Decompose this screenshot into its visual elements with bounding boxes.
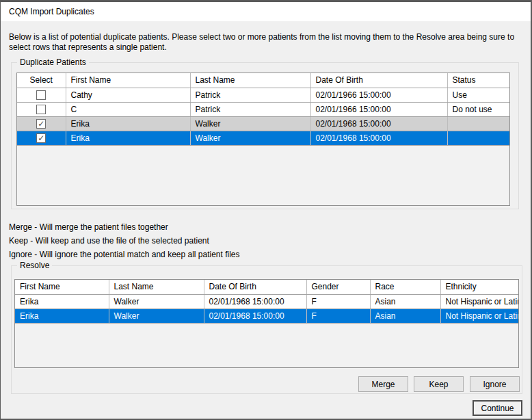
continue-button[interactable]: Continue — [473, 400, 522, 416]
dob-cell[interactable]: 02/01/1968 15:00:00 — [204, 309, 306, 323]
ethnicity-cell[interactable]: Not Hispanic or Latino — [440, 294, 518, 309]
duplicate-row-1[interactable]: Cathy Patrick 02/01/1966 15:00:00 Use — [17, 88, 509, 102]
resolve-grid: First Name Last Name Date Of Birth Gende… — [14, 279, 519, 368]
status-cell[interactable]: Use — [447, 88, 509, 102]
title-bar: CQM Import Duplicates — [1, 2, 531, 21]
dob-cell[interactable]: 02/01/1968 15:00:00 — [204, 294, 306, 309]
resolve-group-label: Resolve — [17, 261, 52, 270]
ignore-button[interactable]: Ignore — [470, 376, 520, 392]
keep-description: Keep - Will keep and use the file of the… — [9, 236, 209, 246]
column-header-status[interactable]: Status — [447, 73, 509, 88]
column-header-gender[interactable]: Gender — [306, 280, 370, 294]
column-header-dob[interactable]: Date Of Birth — [204, 280, 306, 294]
race-cell[interactable]: Asian — [370, 309, 440, 323]
dob-cell[interactable]: 02/01/1968 15:00:00 — [310, 131, 447, 145]
last-name-cell[interactable]: Walker — [190, 131, 310, 145]
last-name-cell[interactable]: Walker — [190, 116, 310, 131]
merge-button[interactable]: Merge — [358, 376, 408, 392]
gender-cell[interactable]: F — [306, 294, 370, 309]
dob-cell[interactable]: 02/01/1966 15:00:00 — [310, 102, 447, 116]
row-checkbox[interactable] — [36, 105, 46, 114]
select-cell[interactable] — [17, 116, 66, 131]
first-name-cell[interactable]: Erika — [15, 294, 109, 309]
dob-cell[interactable]: 02/01/1966 15:00:00 — [310, 88, 447, 102]
column-header-last-name[interactable]: Last Name — [190, 73, 310, 88]
first-name-cell[interactable]: Cathy — [66, 88, 190, 102]
cqm-import-duplicates-dialog: CQM Import Duplicates Below is a list of… — [0, 0, 532, 420]
column-header-ethnicity[interactable]: Ethnicity — [440, 280, 518, 294]
keep-button[interactable]: Keep — [414, 376, 464, 392]
gender-cell[interactable]: F — [306, 309, 370, 323]
row-checkbox[interactable] — [36, 90, 46, 100]
ethnicity-cell[interactable]: Not Hispanic or Latino — [440, 309, 518, 323]
first-name-cell[interactable]: Erika — [15, 309, 109, 323]
duplicate-row-3[interactable]: Erika Walker 02/01/1968 15:00:00 — [17, 116, 509, 131]
status-cell[interactable] — [447, 116, 509, 131]
instructions-text: Below is a list of potential duplicate p… — [9, 32, 516, 53]
column-header-first-name[interactable]: First Name — [66, 73, 190, 88]
column-header-last-name[interactable]: Last Name — [109, 280, 204, 294]
row-checkbox[interactable] — [36, 133, 46, 143]
window-title: CQM Import Duplicates — [9, 7, 94, 16]
merge-description: Merge - Will merge the patient files tog… — [9, 222, 168, 232]
resolve-row-1[interactable]: Erika Walker 02/01/1968 15:00:00 F Asian… — [15, 294, 518, 309]
resolve-row-2[interactable]: Erika Walker 02/01/1968 15:00:00 F Asian… — [15, 309, 518, 323]
duplicate-row-4[interactable]: Erika Walker 02/01/1968 15:00:00 — [17, 131, 509, 145]
column-header-first-name[interactable]: First Name — [15, 280, 109, 294]
first-name-cell[interactable]: C — [66, 102, 190, 116]
select-cell[interactable] — [17, 102, 66, 116]
column-header-dob[interactable]: Date Of Birth — [310, 73, 447, 88]
duplicate-patients-grid: Select First Name Last Name Date Of Birt… — [16, 73, 510, 206]
first-name-cell[interactable]: Erika — [66, 116, 190, 131]
last-name-cell[interactable]: Patrick — [190, 88, 310, 102]
status-cell[interactable]: Do not use — [447, 102, 509, 116]
duplicate-row-2[interactable]: C Patrick 02/01/1966 15:00:00 Do not use — [17, 102, 509, 116]
duplicate-grid-header-row: Select First Name Last Name Date Of Birt… — [17, 73, 509, 88]
last-name-cell[interactable]: Patrick — [190, 102, 310, 116]
row-checkbox[interactable] — [36, 119, 46, 129]
duplicate-patients-group-label: Duplicate Patients — [17, 57, 89, 67]
race-cell[interactable]: Asian — [370, 294, 440, 309]
ignore-description: Ignore - Will ignore the potential match… — [9, 250, 240, 259]
dob-cell[interactable]: 02/01/1968 15:00:00 — [310, 116, 447, 131]
column-header-select[interactable]: Select — [17, 73, 66, 88]
column-header-race[interactable]: Race — [370, 280, 440, 294]
select-cell[interactable] — [17, 131, 66, 145]
status-cell[interactable] — [447, 131, 509, 145]
last-name-cell[interactable]: Walker — [109, 294, 204, 309]
select-cell[interactable] — [17, 88, 66, 102]
first-name-cell[interactable]: Erika — [66, 131, 190, 145]
last-name-cell[interactable]: Walker — [109, 309, 204, 323]
resolve-grid-header-row: First Name Last Name Date Of Birth Gende… — [15, 280, 518, 294]
